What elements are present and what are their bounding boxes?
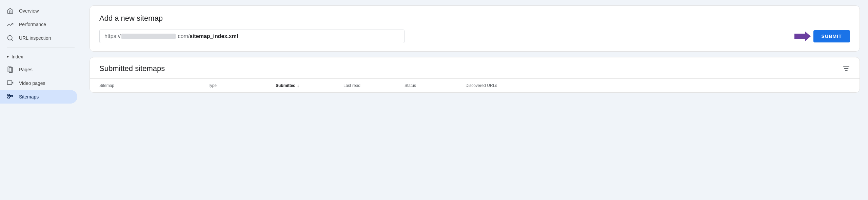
submitted-label: Submitted — [276, 83, 296, 88]
url-domain-blurred — [121, 34, 176, 39]
sort-arrow-icon: ↓ — [297, 83, 299, 88]
main-content: Add a new sitemap https:// .com/ sitemap… — [81, 0, 868, 200]
add-sitemap-row: https:// .com/ sitemap_index.xml SUBMIT — [99, 30, 850, 43]
add-sitemap-card: Add a new sitemap https:// .com/ sitemap… — [90, 5, 860, 52]
submitted-sitemaps-card: Submitted sitemaps Sitemap Type Submitte… — [90, 57, 860, 93]
col-header-discovered-urls: Discovered URLs — [466, 83, 850, 88]
svg-rect-7 — [8, 97, 10, 98]
sitemap-input-field[interactable]: https:// .com/ sitemap_index.xml — [99, 30, 405, 43]
sidebar-item-label: Overview — [19, 8, 39, 14]
submitted-title: Submitted sitemaps — [99, 64, 165, 73]
sidebar-divider — [7, 48, 75, 48]
col-header-last-read: Last read — [343, 83, 405, 88]
sidebar-section-label: Index — [12, 54, 23, 59]
url-prefix: https:// — [104, 33, 121, 39]
svg-rect-6 — [8, 94, 10, 96]
sidebar-item-label: Pages — [19, 67, 33, 72]
video-pages-icon — [7, 80, 14, 87]
submit-area: SUBMIT — [794, 30, 850, 42]
sidebar: Overview Performance URL inspection ▾ In… — [0, 0, 81, 200]
sidebar-item-label: Video pages — [19, 80, 45, 86]
sidebar-item-label: Sitemaps — [19, 94, 39, 99]
home-icon — [7, 7, 14, 14]
search-icon — [7, 35, 14, 41]
sidebar-item-overview[interactable]: Overview — [0, 4, 77, 18]
sidebar-item-sitemaps[interactable]: Sitemaps — [0, 90, 77, 104]
pages-icon — [7, 66, 14, 73]
col-header-type: Type — [208, 83, 276, 88]
svg-marker-11 — [794, 32, 811, 41]
sitemaps-icon — [7, 93, 14, 100]
sidebar-item-label: Performance — [19, 22, 46, 27]
sidebar-item-pages[interactable]: Pages — [0, 63, 77, 76]
col-header-sitemap: Sitemap — [99, 83, 208, 88]
sidebar-item-performance[interactable]: Performance — [0, 18, 77, 31]
table-header: Sitemap Type Submitted ↓ Last read Statu… — [90, 78, 860, 92]
sidebar-item-label: URL inspection — [19, 35, 51, 41]
filter-icon[interactable] — [843, 65, 850, 72]
submitted-header: Submitted sitemaps — [90, 57, 860, 78]
col-header-submitted[interactable]: Submitted ↓ — [276, 83, 343, 88]
sidebar-item-video-pages[interactable]: Video pages — [0, 76, 77, 90]
submit-button[interactable]: SUBMIT — [813, 30, 850, 42]
chevron-down-icon: ▾ — [7, 54, 9, 59]
sidebar-item-url-inspection[interactable]: URL inspection — [0, 31, 77, 45]
svg-line-1 — [12, 39, 13, 41]
svg-rect-8 — [11, 95, 13, 97]
add-sitemap-title: Add a new sitemap — [99, 14, 850, 23]
col-header-status: Status — [405, 83, 466, 88]
sidebar-section-index[interactable]: ▾ Index — [0, 51, 81, 63]
trending-up-icon — [7, 21, 14, 28]
url-middle: .com/ — [176, 33, 190, 39]
submit-arrow-icon — [794, 32, 811, 41]
svg-rect-4 — [7, 81, 12, 85]
url-suffix: sitemap_index.xml — [190, 33, 238, 39]
